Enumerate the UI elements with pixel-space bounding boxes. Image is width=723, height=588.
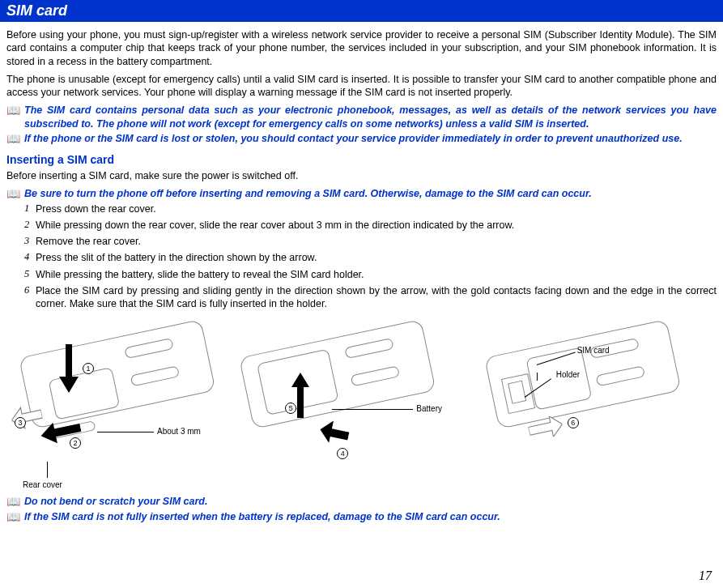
note-warning: 📖 Be sure to turn the phone off before i…: [6, 187, 717, 200]
diagram-battery: 4 5 Battery: [243, 328, 479, 490]
book-icon: 📖: [6, 104, 24, 117]
section-title: SIM card: [6, 2, 67, 19]
step-4: 4 Press the slit of the battery in the d…: [6, 251, 717, 264]
note-top-2: 📖 If the phone or the SIM card is lost o…: [6, 132, 717, 145]
note-text: If the SIM card is not fully inserted wh…: [24, 510, 717, 523]
step-text: Press the slit of the battery in the dir…: [36, 251, 717, 264]
step-number: 1: [24, 202, 36, 215]
callout-6: 6: [568, 417, 579, 428]
diagram-rear-cover: 1 2 3 About 3 mm Rear cover: [6, 328, 243, 490]
step-number: 3: [24, 235, 36, 247]
step-text: Remove the rear cover.: [36, 235, 717, 248]
book-icon: 📖: [6, 510, 24, 523]
label-sim-card: SIM card: [577, 346, 610, 355]
note-top-1: 📖 The SIM card contains personal data su…: [6, 104, 717, 130]
step-number: 2: [24, 219, 36, 231]
book-icon: 📖: [6, 132, 24, 145]
lead-text: Before inserting a SIM card, make sure t…: [6, 169, 717, 182]
note-text: If the phone or the SIM card is lost or …: [24, 132, 717, 145]
label-about-3mm: About 3 mm: [157, 427, 201, 436]
step-text: Place the SIM card by pressing and slidi…: [36, 284, 717, 311]
step-number: 6: [24, 284, 36, 296]
diagram-sim-holder: 6 SIM card Holder: [480, 328, 717, 490]
note-text: Do not bend or scratch your SIM card.: [24, 495, 717, 508]
step-text: While pressing the battery, slide the ba…: [36, 268, 717, 281]
subheading: Inserting a SIM card: [6, 153, 717, 166]
step-number: 5: [24, 268, 36, 280]
intro-paragraph-2: The phone is unusable (except for emerge…: [6, 73, 717, 100]
page-number: 17: [699, 569, 712, 583]
note-text: The SIM card contains personal data such…: [24, 104, 717, 130]
book-icon: 📖: [6, 187, 24, 200]
diagram-row: 1 2 3 About 3 mm Rear cover: [6, 320, 717, 490]
note-text: Be sure to turn the phone off before ins…: [24, 187, 717, 200]
note-bottom-1: 📖 Do not bend or scratch your SIM card.: [6, 495, 717, 508]
step-number: 4: [24, 251, 36, 263]
label-battery: Battery: [416, 404, 442, 413]
page-content: Before using your phone, you must sign-u…: [0, 28, 723, 523]
step-5: 5 While pressing the battery, slide the …: [6, 268, 717, 281]
step-text: Press down the rear cover.: [36, 202, 717, 215]
step-6: 6 Place the SIM card by pressing and sli…: [6, 284, 717, 311]
section-header: SIM card: [0, 0, 723, 22]
step-text: While pressing down the rear cover, slid…: [36, 219, 717, 232]
step-2: 2 While pressing down the rear cover, sl…: [6, 219, 717, 232]
note-bottom-2: 📖 If the SIM card is not fully inserted …: [6, 510, 717, 523]
book-icon: 📖: [6, 495, 24, 508]
step-1: 1 Press down the rear cover.: [6, 202, 717, 215]
step-3: 3 Remove the rear cover.: [6, 235, 717, 248]
label-holder: Holder: [556, 370, 580, 379]
label-rear-cover: Rear cover: [23, 480, 62, 489]
intro-paragraph-1: Before using your phone, you must sign-u…: [6, 28, 717, 68]
